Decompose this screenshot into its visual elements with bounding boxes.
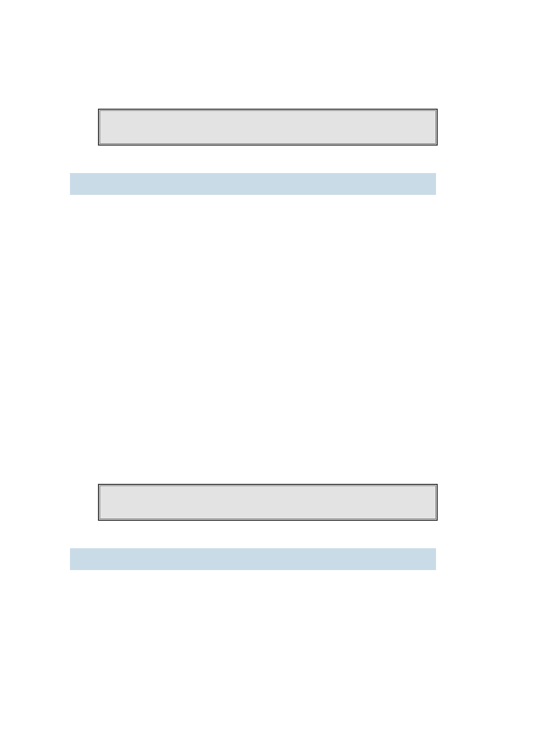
band-bottom — [70, 548, 436, 570]
band-top — [70, 173, 436, 195]
document-page — [0, 0, 534, 756]
panel-bottom — [100, 486, 436, 519]
panel-top — [100, 110, 436, 144]
